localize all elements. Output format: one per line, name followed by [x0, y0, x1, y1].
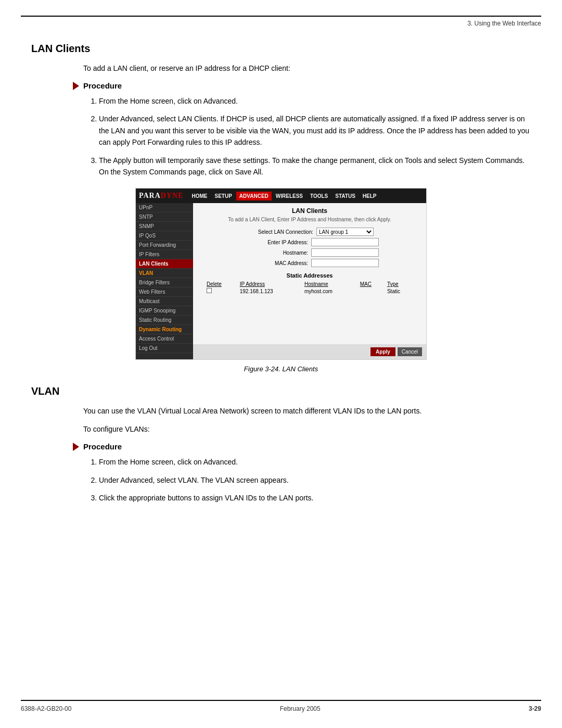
vlan-step-3: Click the appropriate buttons to assign …	[99, 492, 531, 504]
col-ip: IP Address	[238, 281, 302, 287]
mac-cell	[358, 287, 385, 295]
cancel-button[interactable]: Cancel	[398, 347, 422, 356]
procedure-arrow-icon	[73, 82, 79, 90]
panel-title: LAN Clients	[199, 207, 420, 215]
mac-address-row: MAC Address:	[199, 259, 420, 267]
sidebar-igmpsnooping[interactable]: IGMP Snooping	[136, 306, 193, 316]
col-hostname: Hostname	[302, 281, 358, 287]
procedure-label-1: Procedure	[83, 81, 122, 90]
sidebar-accesscontrol[interactable]: Access Control	[136, 334, 193, 344]
apply-button[interactable]: Apply	[371, 347, 395, 356]
main-panel-wrapper: LAN Clients To add a LAN Client, Enter I…	[193, 203, 426, 359]
nav-advanced[interactable]: Advanced	[236, 192, 272, 200]
brand-para: PARA	[139, 192, 161, 199]
delete-checkbox[interactable]	[207, 288, 212, 293]
sidebar-logout[interactable]: Log Out	[136, 344, 193, 353]
page-footer: 6388-A2-GB20-00 February 2005 3-29	[21, 700, 541, 712]
procedure-heading-1: Procedure	[73, 81, 531, 90]
lan-clients-step-1: From the Home screen, click on Advanced.	[99, 95, 531, 107]
sidebar-vlan[interactable]: VLAN	[136, 269, 193, 278]
screen-body: UPnP SNTP SNMP IP QoS Port Forwarding IP…	[136, 203, 426, 359]
main-content: LAN Clients To add a LAN client, or rese…	[0, 27, 562, 535]
nav-home[interactable]: Home	[189, 192, 211, 200]
nav-setup[interactable]: Setup	[212, 192, 235, 200]
hostname-row: Hostname:	[199, 248, 420, 257]
col-type: Type	[385, 281, 415, 287]
ip-cell: 192.168.1.123	[238, 287, 302, 295]
footer-right: 3-29	[529, 705, 541, 712]
sidebar-snmp[interactable]: SNMP	[136, 222, 193, 231]
sidebar-portforwarding[interactable]: Port Forwarding	[136, 241, 193, 250]
sidebar-multicast[interactable]: Multicast	[136, 297, 193, 306]
main-panel: LAN Clients To add a LAN Client, Enter I…	[193, 203, 426, 344]
brand-logo: PARADYNE	[139, 192, 184, 200]
sidebar-upnp[interactable]: UPnP	[136, 203, 193, 212]
col-delete: Delete	[205, 281, 238, 287]
figure-caption: Figure 3-24. LAN Clients	[31, 365, 531, 373]
sidebar: UPnP SNTP SNMP IP QoS Port Forwarding IP…	[136, 203, 193, 359]
panel-subtitle: To add a LAN Client, Enter IP Address an…	[199, 217, 420, 222]
lan-connection-row: Select LAN Connection: LAN group 1	[199, 228, 420, 236]
mac-address-label: MAC Address:	[240, 260, 308, 266]
action-buttons-row: Apply Cancel	[193, 344, 426, 359]
sidebar-sntp[interactable]: SNTP	[136, 212, 193, 222]
static-addresses-section: Static Addresses Delete IP Address Hostn…	[199, 272, 420, 295]
lan-clients-intro: To add a LAN client, or reserve an IP ad…	[83, 63, 531, 74]
hostname-input[interactable]	[311, 248, 379, 257]
vlan-steps: From the Home screen, click on Advanced.…	[99, 456, 531, 504]
sidebar-webfilters[interactable]: Web Filters	[136, 287, 193, 297]
vlan-title: VLAN	[31, 385, 531, 397]
nav-items: Home Setup Advanced Wireless Tools Statu…	[189, 192, 380, 200]
sidebar-lanclients[interactable]: LAN Clients	[136, 259, 193, 269]
sidebar-staticrouting[interactable]: Static Routing	[136, 316, 193, 325]
hostname-cell: myhost.com	[302, 287, 358, 295]
lan-clients-step-2: Under Advanced, select LAN Clients. If D…	[99, 113, 531, 148]
vlan-intro2: To configure VLANs:	[83, 424, 531, 435]
lan-clients-screenshot: PARADYNE Home Setup Advanced Wireless To…	[135, 188, 427, 360]
procedure-label-2: Procedure	[83, 442, 122, 451]
vlan-step-2: Under Advanced, select VLAN. The VLAN sc…	[99, 474, 531, 486]
hostname-label: Hostname:	[240, 250, 308, 256]
sidebar-dynamicrouting[interactable]: Dynamic Routing	[136, 325, 193, 334]
nav-bar: PARADYNE Home Setup Advanced Wireless To…	[136, 189, 426, 203]
lan-clients-step-3: The Apply button will temporarily save t…	[99, 155, 531, 178]
footer-center: February 2005	[280, 705, 321, 712]
table-row: 192.168.1.123 myhost.com Static	[205, 287, 415, 295]
lan-clients-steps: From the Home screen, click on Advanced.…	[99, 95, 531, 178]
ip-address-label: Enter IP Address:	[240, 240, 308, 245]
lan-clients-title: LAN Clients	[31, 43, 531, 55]
sidebar-ipfilters[interactable]: IP Filters	[136, 250, 193, 259]
nav-help[interactable]: Help	[360, 192, 380, 200]
lan-connection-label: Select LAN Connection:	[246, 229, 313, 235]
nav-wireless[interactable]: Wireless	[273, 192, 306, 200]
sidebar-bridgefilters[interactable]: Bridge Filters	[136, 278, 193, 287]
nav-tools[interactable]: Tools	[307, 192, 331, 200]
col-mac: MAC	[358, 281, 385, 287]
ip-address-row: Enter IP Address:	[199, 238, 420, 246]
vlan-step-1: From the Home screen, click on Advanced.	[99, 456, 531, 468]
type-cell: Static	[385, 287, 415, 295]
procedure-arrow-2-icon	[73, 443, 79, 451]
delete-cell[interactable]	[205, 287, 238, 295]
lan-connection-select[interactable]: LAN group 1	[316, 228, 374, 236]
brand-dyne: DYNE	[161, 192, 184, 199]
static-addresses-table: Delete IP Address Hostname MAC Type	[205, 281, 415, 295]
procedure-heading-2: Procedure	[73, 442, 531, 451]
ip-address-input[interactable]	[311, 238, 379, 246]
page-header: 3. Using the Web Interface	[0, 17, 562, 27]
nav-status[interactable]: Status	[332, 192, 359, 200]
footer-left: 6388-A2-GB20-00	[21, 705, 71, 712]
vlan-section: VLAN You can use the VLAN (Virtual Local…	[31, 385, 531, 504]
vlan-intro1: You can use the VLAN (Virtual Local Area…	[83, 406, 531, 417]
mac-address-input[interactable]	[311, 259, 379, 267]
static-addresses-title: Static Addresses	[205, 272, 415, 279]
sidebar-ipqos[interactable]: IP QoS	[136, 231, 193, 241]
